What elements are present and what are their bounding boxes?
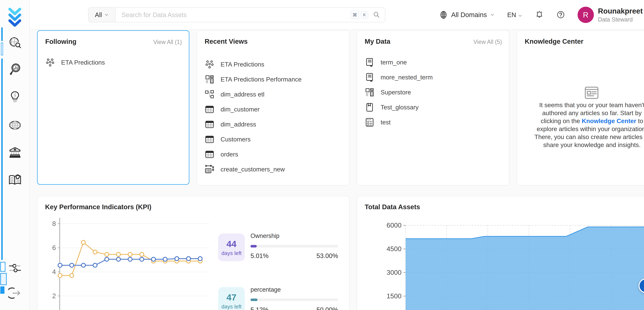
list-item[interactable]: create_customers_new (205, 162, 344, 177)
sidebar-item-governance[interactable] (8, 145, 22, 160)
my-data-card: My Data View All (5) term_onemore_nested… (357, 30, 509, 186)
table-icon (205, 149, 214, 159)
checklist-icon (365, 117, 374, 127)
ml-model-icon (205, 60, 214, 69)
table-icon (205, 119, 214, 129)
scroll-indicator[interactable] (1, 28, 3, 41)
svg-text:8: 8 (52, 220, 56, 227)
table-icon (205, 104, 214, 114)
domain-selector[interactable]: All Domains (439, 10, 495, 19)
list-item[interactable]: Superstore (365, 85, 504, 100)
sidebar-item-domains[interactable] (8, 118, 22, 132)
chevron-down-icon (104, 13, 109, 17)
chevron-down-icon (490, 13, 495, 17)
user-menu[interactable]: R Rounakpreet Data Steward (578, 7, 643, 23)
bell-icon (535, 17, 544, 20)
knowledge-empty-state-text: It seems that you or your team haven't a… (524, 101, 644, 149)
list-item[interactable]: dim_address etl (205, 87, 344, 102)
search-input[interactable] (116, 11, 351, 19)
sidebar-item-logout[interactable] (8, 286, 22, 300)
global-search-bar[interactable]: All ⌘ K (88, 7, 386, 22)
dashboard-icon (205, 74, 214, 84)
language-label: EN (507, 11, 516, 19)
knowledge-center-link[interactable]: Knowledge Center (582, 117, 636, 124)
svg-text:2: 2 (52, 292, 56, 300)
sliders-icon (8, 273, 22, 275)
sidebar-item-knowledge[interactable] (8, 173, 22, 187)
card-title: Total Data Assets (365, 203, 420, 211)
total-data-assets-card: Total Data Assets 6000450030001500 (357, 196, 644, 310)
logout-icon (8, 298, 22, 300)
card-title: My Data (365, 38, 390, 45)
list-item[interactable]: ETA Predictions (45, 55, 184, 70)
progress-target: 53.00% (316, 252, 338, 259)
scroll-indicator (0, 273, 7, 285)
domain-selector-label: All Domains (451, 11, 487, 19)
help-button[interactable] (556, 10, 565, 19)
dashboard-icon (365, 87, 374, 97)
globe-icon (8, 130, 22, 132)
sidebar-item-discovery[interactable] (8, 36, 22, 50)
following-card: Following View All (1) ETA Predictions (37, 30, 189, 185)
book-icon (365, 57, 374, 67)
search-filter-label: All (95, 11, 102, 19)
svg-text:4: 4 (52, 268, 56, 275)
progress-target: 50.00% (316, 306, 338, 310)
language-selector[interactable]: EN (507, 11, 522, 19)
list-item[interactable]: Customers (205, 132, 344, 147)
table-icon (205, 134, 214, 144)
card-title: Recent Views (205, 38, 248, 45)
svg-text:6: 6 (52, 244, 56, 251)
days-left-badge: 47 days left (218, 287, 245, 310)
chevron-down-icon (518, 13, 522, 17)
globe-icon (439, 10, 448, 19)
scroll-indicator[interactable] (1, 43, 3, 55)
search-icon[interactable] (373, 11, 380, 19)
list-item[interactable]: dim_address (205, 117, 344, 132)
globe-search-icon (8, 47, 22, 50)
total-assets-area-chart: 6000450030001500 (357, 212, 644, 310)
view-all-link[interactable]: View All (5) (474, 39, 502, 45)
lightbulb-icon (8, 101, 22, 104)
sidebar-item-profiling[interactable] (8, 62, 22, 76)
progress-current: 5.12% (250, 306, 268, 310)
notifications-button[interactable] (535, 10, 544, 19)
open-book-icon (8, 185, 22, 187)
list-item[interactable]: more_nested_term (365, 70, 504, 85)
list-item[interactable]: orders (205, 147, 344, 162)
sidebar-item-insights[interactable] (8, 90, 22, 104)
list-item[interactable]: ETA Predictions (205, 57, 344, 72)
avatar[interactable]: R (578, 7, 594, 23)
question-icon (556, 17, 565, 20)
card-title: Following (45, 38, 76, 45)
list-item[interactable]: term_one (365, 55, 504, 70)
scroll-indicator (0, 262, 6, 272)
kpi-line-chart: 8642 (38, 212, 212, 310)
list-item[interactable]: dim_customer (205, 102, 344, 117)
etl-icon (205, 165, 214, 174)
recent-views-card: Recent Views ETA PredictionsETA Predicti… (197, 30, 349, 186)
knowledge-center-card: Knowledge Center It seems that you or yo… (517, 30, 644, 186)
glossary-icon (365, 102, 374, 112)
progress-current: 5.01% (250, 252, 268, 259)
kbd-command: ⌘ (351, 11, 359, 19)
search-filter-dropdown[interactable]: All (88, 8, 116, 22)
days-left-badge: 44 days left (218, 234, 245, 261)
svg-text:1500: 1500 (387, 292, 402, 300)
user-name: Rounakpreet (598, 7, 643, 15)
svg-text:6000: 6000 (387, 222, 402, 229)
kpi-card: Key Performance Indicators (KPI) 8642 44… (37, 196, 350, 310)
bank-icon (8, 157, 22, 160)
app-logo-icon[interactable] (7, 6, 23, 25)
list-item[interactable]: test (365, 115, 504, 130)
scroll-indicator (0, 286, 4, 294)
sidebar-item-settings[interactable] (8, 261, 22, 275)
top-bar: All ⌘ K All Domains EN R Rounakpreet Dat… (30, 0, 644, 30)
user-role: Data Steward (598, 16, 643, 23)
view-all-link[interactable]: View All (1) (153, 39, 182, 45)
flow-icon (205, 89, 214, 99)
list-item[interactable]: ETA Predictions Performance (205, 72, 344, 87)
search-chart-icon (8, 74, 22, 76)
list-item[interactable]: Test_glossary (365, 100, 504, 115)
scroll-indicator[interactable] (1, 59, 3, 260)
